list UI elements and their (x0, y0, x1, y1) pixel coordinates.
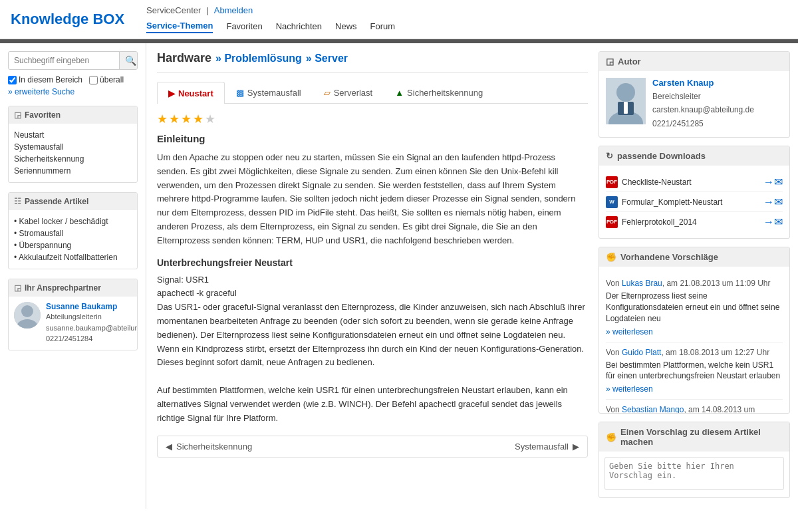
tab-serverlast[interactable]: ▱ Serverlast (313, 82, 384, 103)
favoriten-item[interactable]: Systemausfall (14, 141, 132, 153)
separator: | (206, 5, 208, 15)
author-header: ◲ Autor (599, 52, 789, 71)
suggestions-icon: ✊ (606, 252, 616, 262)
suggestion-meta: Von Lukas Brau, am 21.08.2013 um 11:09 U… (606, 279, 783, 288)
ansprechpartner-header: ◲ Ihr Ansprechpartner (9, 279, 137, 297)
author-name: Carsten Knaup (652, 78, 754, 88)
breadcrumb: Hardware » Problemlösung » Server (157, 51, 588, 72)
abmelden-link[interactable]: Abmelden (214, 5, 253, 15)
author-section: ◲ Autor Carsten Knaup (598, 51, 790, 138)
favoriten-item[interactable]: Neustart (14, 129, 132, 141)
tab-neustart[interactable]: ▶ Neustart (157, 82, 225, 104)
tab-sicherheitskennung[interactable]: ▲ Sicherheitskennung (384, 82, 494, 103)
suggestions-body: Von Lukas Brau, am 21.08.2013 um 11:09 U… (599, 267, 789, 413)
sidebar: 🔍 In diesem Bereich überall » erweiterte… (0, 43, 146, 509)
proposal-section: ✊ Einen Vorschlag zu diesem Artikel mach… (598, 422, 790, 498)
sidebar-favoriten: ◲ Favoriten NeustartSystemausfallSicherh… (8, 106, 138, 183)
passende-artikel-item: Überspannung (14, 239, 132, 251)
proposal-header: ✊ Einen Vorschlag zu diesem Artikel mach… (599, 422, 789, 452)
word-icon: W (606, 196, 618, 208)
monitor-icon: ▩ (236, 88, 244, 98)
logo-black: Knowledge (11, 11, 92, 27)
downloads-section: ↻ passende Downloads PDF Checkliste-Neus… (598, 146, 790, 239)
star-2[interactable]: ★ (169, 112, 180, 126)
suggestion-author[interactable]: Lukas Brau (622, 279, 662, 288)
favoriten-item[interactable]: Seriennummern (14, 165, 132, 177)
search-options: In diesem Bereich überall (8, 75, 138, 84)
weiterlesen-link[interactable]: » weiterlesen (606, 384, 653, 394)
right-column: ◲ Autor Carsten Knaup (598, 43, 798, 509)
star-5[interactable]: ★ (205, 112, 215, 126)
advanced-search-link[interactable]: » erweiterte Suche (8, 87, 138, 96)
suggestion-item: Von Guido Platt, am 18.08.2013 um 12:27 … (606, 342, 783, 400)
downloads-body: PDF Checkliste-Neustart →✉ W Formular_Ko… (599, 166, 789, 238)
breadcrumb-sep1: » Problemlösung (215, 53, 302, 65)
download-item[interactable]: W Formular_Komplett-Neustart →✉ (606, 192, 783, 212)
author-role: Bereichsleiter (652, 90, 754, 103)
download-arrow[interactable]: →✉ (763, 215, 783, 228)
svg-point-4 (616, 83, 635, 102)
article-section2-body: Signal: USR1 apachectl -k graceful Das U… (157, 273, 588, 426)
content-area: Hardware » Problemlösung » Server ▶ Neus… (146, 43, 598, 509)
suggestion-author[interactable]: Sebastian Mango (622, 405, 684, 413)
checkbox-ueberall[interactable]: überall (89, 75, 124, 84)
sidebar-ansprechpartner: ◲ Ihr Ansprechpartner Susanne Baukamp (8, 279, 138, 350)
prev-icon: ◀ (166, 442, 172, 452)
passende-artikel-list: Kabel locker / beschädigtStromausfallÜbe… (14, 215, 132, 263)
author-avatar (606, 78, 646, 124)
downloads-header: ↻ passende Downloads (599, 146, 789, 166)
grid-icon: ☷ (14, 197, 21, 206)
download-arrow[interactable]: →✉ (763, 176, 783, 188)
suggestion-author[interactable]: Guido Platt (622, 348, 661, 357)
article-intro-title: Einleitung (157, 133, 588, 144)
article-nav-footer: ◀ Sicherheitskennung Systemausfall ▶ (157, 436, 588, 458)
passende-artikel-header: ☷ Passende Artikel (9, 193, 137, 210)
suggestions-header: ✊ Vorhandene Vorschläge (599, 247, 789, 267)
star-4[interactable]: ★ (193, 112, 203, 126)
favoriten-item[interactable]: Sicherheitskennung (14, 153, 132, 165)
download-item[interactable]: PDF Fehlerprotokoll_2014 →✉ (606, 212, 783, 231)
download-item[interactable]: PDF Checkliste-Neustart →✉ (606, 172, 783, 192)
download-label: Checkliste-Neustart (622, 178, 692, 187)
favoriten-body: NeustartSystemausfallSicherheitskennungS… (9, 124, 137, 182)
suggestion-meta: Von Guido Platt, am 18.08.2013 um 12:27 … (606, 348, 783, 357)
nav-news[interactable]: News (335, 20, 357, 33)
breadcrumb-sep2: » Server (306, 53, 348, 65)
nav-footer-prev[interactable]: ◀ Sicherheitskennung (166, 442, 252, 452)
weiterlesen-link[interactable]: » weiterlesen (606, 327, 653, 336)
download-icon: ↻ (606, 151, 613, 161)
search-box: 🔍 (8, 51, 138, 70)
svg-rect-7 (624, 102, 628, 114)
svg-point-1 (21, 305, 33, 317)
star-3[interactable]: ★ (181, 112, 192, 126)
suggestion-item: Von Lukas Brau, am 21.08.2013 um 11:09 U… (606, 273, 783, 342)
favoriten-list: NeustartSystemausfallSicherheitskennungS… (14, 129, 132, 177)
main-navigation: Service-Themen Favoriten Nachrichten New… (146, 19, 787, 33)
search-button[interactable]: 🔍 (119, 52, 138, 69)
search-input[interactable] (9, 53, 119, 68)
nav-forum[interactable]: Forum (370, 20, 396, 33)
nav-service-themen[interactable]: Service-Themen (146, 19, 213, 33)
nav-nachrichten[interactable]: Nachrichten (276, 20, 322, 33)
tabs: ▶ Neustart ▩ Systemausfall ▱ Serverlast … (157, 82, 588, 104)
suggestion-text: Der Elternprozess liest seine Konfigurat… (606, 291, 783, 324)
download-label: Fehlerprotokoll_2014 (622, 217, 697, 227)
nav-footer-next[interactable]: Systemausfall ▶ (515, 442, 579, 452)
ansprechpartner-body: Susanne Baukamp Abteilungsleiterin susan… (9, 297, 137, 350)
download-arrow[interactable]: →✉ (763, 196, 783, 208)
contact-avatar (14, 302, 41, 329)
breadcrumb-part1: Hardware (157, 51, 211, 65)
author-body: Carsten Knaup Bereichsleiter carsten.kna… (599, 71, 789, 137)
star-rating[interactable]: ★★★★★ (157, 112, 588, 126)
proposal-body (599, 452, 789, 497)
pdf-icon: PDF (606, 216, 618, 228)
checkbox-in-diesem[interactable]: In diesem Bereich (8, 75, 82, 84)
author-wave-icon: ◲ (606, 57, 614, 66)
nav-favoriten[interactable]: Favoriten (226, 20, 262, 33)
passende-artikel-item: Akkulaufzeit Notfallbatterien (14, 251, 132, 263)
star-1[interactable]: ★ (157, 112, 168, 126)
favoriten-header: ◲ Favoriten (9, 106, 137, 124)
tab-systemausfall[interactable]: ▩ Systemausfall (225, 82, 313, 103)
contact-name: Susanne Baukamp (46, 302, 138, 311)
proposal-textarea[interactable] (604, 457, 784, 490)
